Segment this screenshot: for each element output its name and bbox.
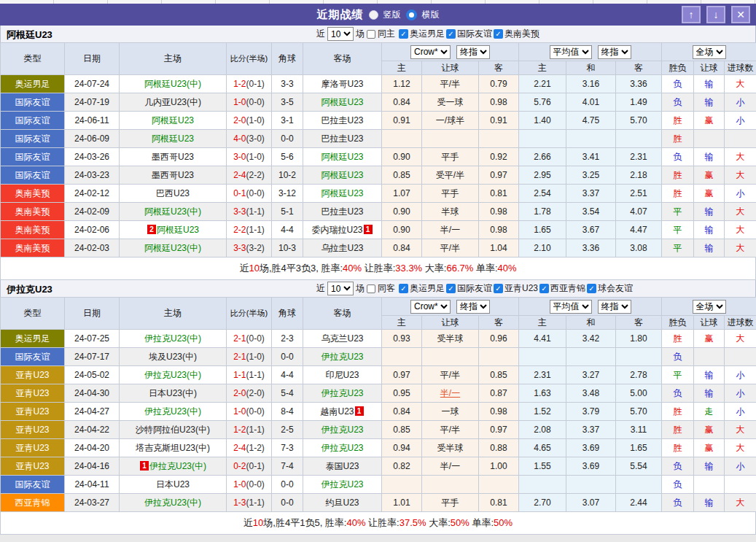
- away-team-link[interactable]: 印尼U23: [325, 370, 359, 380]
- score-cell[interactable]: 4-0(3-0): [227, 130, 272, 148]
- home-team-link[interactable]: 阿根廷U23(中): [144, 206, 201, 217]
- odds-period-select[interactable]: 终指: [456, 300, 490, 314]
- match-count-select[interactable]: 10: [327, 282, 354, 295]
- avg-odds-select[interactable]: 平均值: [550, 300, 592, 314]
- close-button[interactable]: ✕: [731, 6, 750, 23]
- score-cell[interactable]: 1-0(0-0): [227, 476, 272, 494]
- move-up-button[interactable]: ↑: [682, 6, 701, 23]
- scope-select[interactable]: 全场: [693, 300, 726, 314]
- away-team-link[interactable]: 巴拉圭U23: [321, 115, 363, 125]
- same-venue-checkbox[interactable]: [367, 30, 375, 39]
- home-team-link[interactable]: 伊拉克U23(中): [144, 406, 201, 417]
- fulltime-score: 2-0: [233, 115, 246, 125]
- away-team-link[interactable]: 阿根廷U23: [321, 152, 363, 162]
- away-team-link[interactable]: 越南U23: [320, 406, 354, 417]
- league-checkbox[interactable]: ✓: [446, 284, 456, 293]
- score-cell[interactable]: 2-2(1-1): [227, 221, 272, 239]
- same-venue-checkbox[interactable]: [367, 284, 375, 293]
- home-team-link[interactable]: 日本U23(中): [149, 388, 197, 398]
- home-team-link[interactable]: 墨西哥U23: [152, 170, 194, 180]
- away-team-link[interactable]: 阿根廷U23: [321, 188, 363, 198]
- score-cell[interactable]: 2-0(2-0): [227, 384, 272, 403]
- odds-home-cell: 1.12: [382, 75, 422, 93]
- col-corner: 角球: [272, 43, 303, 75]
- league-checkbox[interactable]: ✓: [446, 29, 456, 39]
- score-cell[interactable]: 1-0(0-0): [227, 93, 272, 112]
- summary-row: 近10场,胜4平3负3, 胜率:40% 让胜率:33.3% 大率:66.7% 单…: [0, 258, 756, 280]
- score-cell[interactable]: 1-1(1-1): [227, 366, 272, 384]
- score-cell[interactable]: 0-1(0-0): [227, 185, 272, 203]
- home-team-link[interactable]: 伊拉克U23(中): [144, 370, 201, 380]
- home-team-link[interactable]: 沙特阿拉伯U23(中): [136, 425, 210, 435]
- away-team-cell: 越南U231: [303, 403, 382, 421]
- match-count-select[interactable]: 10: [327, 27, 354, 41]
- odds-period-select[interactable]: 终指: [456, 45, 490, 59]
- home-team-link[interactable]: 几内亚U23(中): [144, 97, 201, 107]
- home-team-link[interactable]: 伊拉克U23(中): [144, 498, 201, 508]
- scope-select[interactable]: 全场: [693, 45, 726, 59]
- avg-period-select[interactable]: 终指: [598, 300, 631, 314]
- home-team-link[interactable]: 阿根廷U23(中): [144, 243, 201, 253]
- away-team-link[interactable]: 乌拉圭U23: [321, 243, 363, 253]
- score-cell[interactable]: 2-4(2-2): [227, 166, 272, 185]
- home-team-cell: 日本U23: [120, 476, 227, 494]
- away-team-link[interactable]: 巴拉圭U23: [321, 206, 363, 217]
- home-team-link[interactable]: 日本U23: [156, 479, 190, 489]
- home-team-link[interactable]: 阿根廷U23(中): [144, 79, 201, 89]
- home-team-link[interactable]: 伊拉克U23(中): [149, 461, 206, 471]
- away-team-link[interactable]: 泰国U23: [325, 461, 359, 471]
- away-team-link[interactable]: 伊拉克U23: [321, 388, 363, 398]
- score-cell[interactable]: 1-3(1-1): [227, 494, 272, 512]
- date-cell: 24-03-27: [65, 494, 120, 512]
- away-team-link[interactable]: 阿根廷U23: [321, 97, 363, 107]
- score-cell[interactable]: 3-3(3-2): [227, 239, 272, 258]
- avg-away-cell: [616, 130, 662, 148]
- home-team-link[interactable]: 伊拉克U23(中): [144, 333, 201, 344]
- away-team-link[interactable]: 巴拉圭U23: [321, 133, 363, 144]
- home-team-link[interactable]: 巴西U23: [156, 188, 190, 198]
- league-checkbox[interactable]: ✓: [587, 284, 596, 293]
- vertical-layout-radio[interactable]: [369, 10, 378, 20]
- away-team-link[interactable]: 摩洛哥U23: [321, 79, 363, 89]
- score-cell[interactable]: 0-2(0-1): [227, 457, 272, 476]
- away-team-link[interactable]: 约旦U23: [325, 498, 359, 508]
- move-down-button[interactable]: ↓: [706, 6, 725, 23]
- score-cell[interactable]: 3-0(1-0): [227, 148, 272, 166]
- home-team-link[interactable]: 阿根廷U23: [152, 115, 194, 125]
- away-team-link[interactable]: 阿根廷U23: [321, 170, 363, 180]
- score-cell[interactable]: 1-2(0-1): [227, 75, 272, 93]
- handicap-value: 半球: [442, 206, 459, 217]
- score-cell[interactable]: 3-3(1-1): [227, 203, 272, 221]
- result-handicap-cell: 输: [694, 366, 725, 384]
- league-checkbox[interactable]: ✓: [539, 284, 549, 293]
- horizontal-layout-radio[interactable]: [406, 9, 417, 20]
- league-checkbox[interactable]: ✓: [494, 29, 503, 39]
- home-team-link[interactable]: 墨西哥U23: [152, 152, 194, 162]
- away-team-link[interactable]: 伊拉克U23: [321, 425, 363, 435]
- odds-company-select[interactable]: Crow*: [410, 300, 451, 314]
- away-team-link[interactable]: 伊拉克U23: [321, 352, 363, 362]
- league-checkbox[interactable]: ✓: [399, 29, 408, 39]
- home-team-link[interactable]: 塔吉克斯坦U23(中): [136, 443, 210, 453]
- league-checkbox[interactable]: ✓: [399, 284, 408, 293]
- home-team-link[interactable]: 阿根廷U23: [152, 133, 194, 144]
- avg-odds-select[interactable]: 平均值: [550, 45, 592, 59]
- score-cell[interactable]: 2-1(0-0): [227, 330, 272, 348]
- fulltime-score: 0-2: [233, 461, 246, 471]
- avg-period-select[interactable]: 终指: [598, 45, 631, 59]
- away-team-link[interactable]: 伊拉克U23: [321, 479, 363, 489]
- away-team-link[interactable]: 乌克兰U23: [321, 333, 363, 344]
- section-iraq-u23: 伊拉克U23 近 10 场 同客 ✓奥运男足✓国际友谊✓亚青U23✓西亚青锦✓球…: [0, 280, 756, 535]
- away-team-link[interactable]: 伊拉克U23: [321, 443, 363, 453]
- result-outcome-cell: 胜: [662, 421, 694, 439]
- home-team-link[interactable]: 阿根廷U23: [157, 225, 199, 235]
- score-cell[interactable]: 2-4(1-2): [227, 439, 272, 457]
- score-cell[interactable]: 1-2(1-1): [227, 421, 272, 439]
- score-cell[interactable]: 2-0(1-0): [227, 112, 272, 130]
- score-cell[interactable]: 1-0(0-0): [227, 403, 272, 421]
- score-cell[interactable]: 2-1(1-0): [227, 348, 272, 366]
- away-team-link[interactable]: 委内瑞拉U23: [311, 225, 362, 235]
- league-checkbox[interactable]: ✓: [494, 284, 503, 293]
- home-team-link[interactable]: 埃及U23(中): [149, 352, 197, 362]
- odds-company-select[interactable]: Crow*: [410, 45, 451, 59]
